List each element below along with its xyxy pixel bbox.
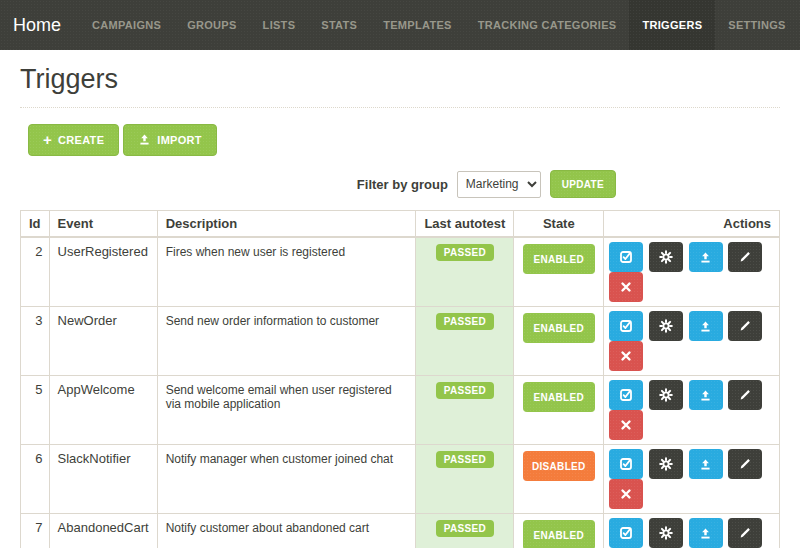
- upload-button[interactable]: [689, 380, 723, 410]
- state-button[interactable]: ENABLED: [523, 382, 595, 412]
- trigger-description-cell: Send new order information to customer: [157, 307, 416, 376]
- nav-item-groups[interactable]: GROUPS: [174, 0, 249, 50]
- settings-button[interactable]: [649, 242, 683, 272]
- gear-icon: [659, 250, 673, 264]
- autotest-status-badge: PASSED: [436, 244, 494, 261]
- edit-button[interactable]: [728, 242, 762, 272]
- upload-button[interactable]: [689, 449, 723, 479]
- table-header-row: Id Event Description Last autotest State…: [21, 211, 780, 238]
- trigger-event-cell: NewOrder: [49, 307, 157, 376]
- autotest-check-button[interactable]: [609, 449, 643, 479]
- upload-button[interactable]: [689, 518, 723, 548]
- upload-icon: [699, 251, 712, 264]
- upload-icon: [699, 527, 712, 540]
- trigger-id-cell: 5: [21, 376, 50, 445]
- trigger-state-cell: ENABLED: [514, 376, 604, 445]
- brand-home-link[interactable]: Home: [0, 0, 79, 50]
- settings-button[interactable]: [649, 518, 683, 548]
- triggers-table-body: 2 UserRegistered Fires when new user is …: [21, 237, 780, 548]
- autotest-status-badge: PASSED: [436, 520, 494, 537]
- upload-button[interactable]: [689, 242, 723, 272]
- settings-button[interactable]: [649, 380, 683, 410]
- create-button-label: CREATE: [58, 134, 104, 146]
- edit-button[interactable]: [728, 380, 762, 410]
- trigger-state-cell: ENABLED: [514, 237, 604, 307]
- import-button[interactable]: IMPORT: [123, 124, 217, 156]
- trigger-event-cell: UserRegistered: [49, 237, 157, 307]
- table-row: 7 AbandonedCart Notify customer about ab…: [21, 514, 780, 548]
- nav-item-templates[interactable]: TEMPLATES: [370, 0, 465, 50]
- upload-icon: [699, 320, 712, 333]
- autotest-check-button[interactable]: [609, 311, 643, 341]
- import-icon: [138, 133, 151, 148]
- state-button[interactable]: ENABLED: [523, 244, 595, 274]
- check-square-icon: [619, 250, 633, 264]
- trigger-id-cell: 6: [21, 445, 50, 514]
- trigger-id-cell: 7: [21, 514, 50, 548]
- nav-item-tracking-categories[interactable]: TRACKING CATEGORIES: [465, 0, 630, 50]
- trigger-event-cell: AppWelcome: [49, 376, 157, 445]
- import-button-label: IMPORT: [157, 134, 202, 146]
- trigger-event-cell: SlackNotifier: [49, 445, 157, 514]
- state-button[interactable]: ENABLED: [523, 313, 595, 343]
- upload-button[interactable]: [689, 311, 723, 341]
- gear-icon: [659, 457, 673, 471]
- top-navbar: Home CAMPAIGNS GROUPS LISTS STATS TEMPLA…: [0, 0, 800, 50]
- group-filter-select[interactable]: Marketing: [457, 171, 541, 198]
- settings-button[interactable]: [649, 311, 683, 341]
- gear-icon: [659, 319, 673, 333]
- trigger-id-cell: 3: [21, 307, 50, 376]
- autotest-status-badge: PASSED: [436, 382, 494, 399]
- autotest-check-button[interactable]: [609, 242, 643, 272]
- autotest-status-badge: PASSED: [436, 451, 494, 468]
- header-last-autotest: Last autotest: [416, 211, 514, 238]
- check-square-icon: [619, 319, 633, 333]
- trigger-description-cell: Fires when new user is registered: [157, 237, 416, 307]
- header-description: Description: [157, 211, 416, 238]
- header-actions: Actions: [604, 211, 780, 238]
- create-button[interactable]: + CREATE: [28, 124, 119, 156]
- edit-button[interactable]: [728, 518, 762, 548]
- trigger-description-cell: Send welcome email when user registered …: [157, 376, 416, 445]
- header-event: Event: [49, 211, 157, 238]
- header-id: Id: [21, 211, 50, 238]
- upload-icon: [699, 458, 712, 471]
- autotest-check-button[interactable]: [609, 380, 643, 410]
- pencil-icon: [738, 388, 752, 402]
- close-icon: [620, 350, 632, 362]
- delete-button[interactable]: [609, 341, 643, 371]
- trigger-autotest-cell: PASSED: [416, 376, 514, 445]
- trigger-event-cell: AbandonedCart: [49, 514, 157, 548]
- edit-button[interactable]: [728, 311, 762, 341]
- settings-button[interactable]: [649, 449, 683, 479]
- trigger-id-cell: 2: [21, 237, 50, 307]
- table-row: 6 SlackNotifier Notify manager when cust…: [21, 445, 780, 514]
- trigger-actions-cell: [604, 237, 780, 307]
- pencil-icon: [738, 526, 752, 540]
- gear-icon: [659, 526, 673, 540]
- close-icon: [620, 488, 632, 500]
- pencil-icon: [738, 319, 752, 333]
- update-button[interactable]: UPDATE: [550, 170, 616, 198]
- state-button[interactable]: DISABLED: [523, 451, 595, 481]
- autotest-status-badge: PASSED: [436, 313, 494, 330]
- nav-item-lists[interactable]: LISTS: [250, 0, 309, 50]
- pencil-icon: [738, 457, 752, 471]
- delete-button[interactable]: [609, 479, 643, 509]
- delete-button[interactable]: [609, 272, 643, 302]
- nav-item-settings[interactable]: SETTINGS: [715, 0, 798, 50]
- check-square-icon: [619, 457, 633, 471]
- trigger-state-cell: DISABLED: [514, 445, 604, 514]
- header-divider: [20, 107, 780, 108]
- nav-item-stats[interactable]: STATS: [308, 0, 370, 50]
- filter-row: Filter by group Marketing UPDATE: [0, 170, 800, 198]
- autotest-check-button[interactable]: [609, 518, 643, 548]
- edit-button[interactable]: [728, 449, 762, 479]
- trigger-actions-cell: [604, 307, 780, 376]
- nav-item-campaigns[interactable]: CAMPAIGNS: [79, 0, 174, 50]
- state-button[interactable]: ENABLED: [523, 520, 595, 548]
- delete-button[interactable]: [609, 410, 643, 440]
- top-toolbar: + CREATE IMPORT: [28, 124, 800, 156]
- close-icon: [620, 419, 632, 431]
- nav-item-triggers[interactable]: TRIGGERS: [629, 0, 715, 50]
